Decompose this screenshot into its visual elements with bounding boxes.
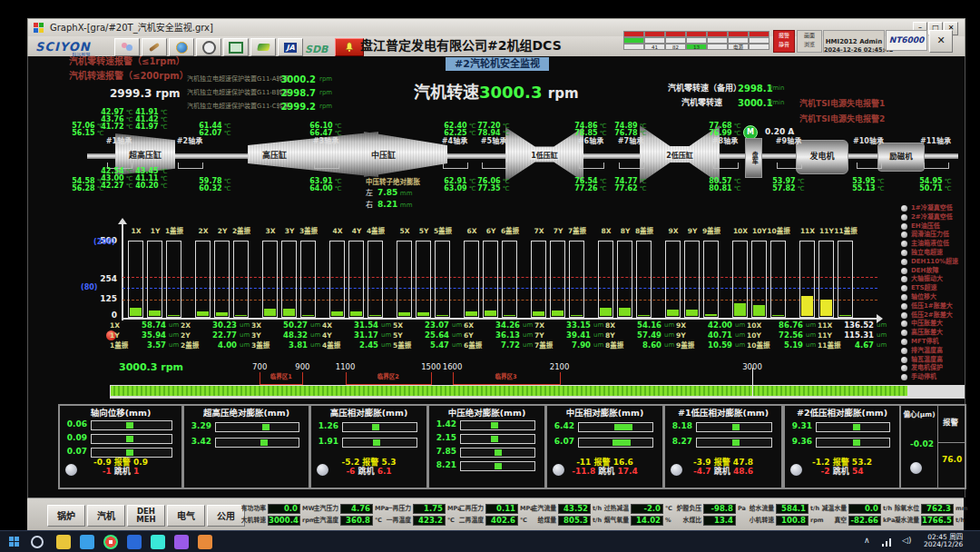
alarm-item-lamp xyxy=(901,348,907,354)
cylinder-uhp-label: 超高压缸 xyxy=(129,149,162,161)
vib-row-value: 5.47 xyxy=(415,341,449,350)
panel-title: 高压相对膨胀(mm) xyxy=(311,409,426,418)
alarm-grid-cell xyxy=(749,37,769,44)
readout-unit: ℃ xyxy=(375,518,382,524)
nav-button-3[interactable]: DEH MEH xyxy=(127,505,165,527)
alarm-item-lamp xyxy=(901,303,907,310)
panel-trip-line: -4.7 跳机 48.6 xyxy=(665,468,781,477)
tray-volume-icon[interactable]: ◁) xyxy=(902,537,911,546)
bearing-bracket xyxy=(579,163,604,169)
panel-row-bar xyxy=(460,461,535,471)
book-toolbar-button[interactable] xyxy=(250,38,276,56)
nav-button-1[interactable]: 锅炉 xyxy=(47,505,85,527)
taskbar-search-icon[interactable] xyxy=(31,536,44,548)
start-button[interactable] xyxy=(9,537,20,547)
taskbar-app-icon-3[interactable] xyxy=(103,535,118,549)
vibration-bar-fill xyxy=(417,312,429,316)
taskbar-app-icon-4[interactable] xyxy=(127,535,142,549)
alarm-item-label: DEH110%超速 xyxy=(911,259,958,266)
panel-row-bar xyxy=(91,434,172,444)
speed-tick-line xyxy=(560,372,561,385)
panel-row-bar xyxy=(816,422,890,432)
alarm-grid-cell: 13 xyxy=(686,44,707,50)
panel-status-lamp xyxy=(790,464,802,476)
vibration-bar-outline xyxy=(397,241,412,318)
bar-label: 9盖振 xyxy=(697,228,726,235)
alarm-grid-cell xyxy=(707,37,728,44)
sdb-toolbar-button[interactable]: SDB xyxy=(305,40,328,56)
readout-label: 主汽压力 xyxy=(310,506,338,512)
alarm-item-label: 中压胀差大 xyxy=(911,320,943,328)
display-toolbar-button[interactable] xyxy=(223,38,249,56)
info-box[interactable]: 画面 浏览 xyxy=(797,30,822,53)
critical-zone-label: 临界区1 xyxy=(263,374,299,380)
exciter-label: 励磁机 xyxy=(889,153,913,161)
panel-status-lamp xyxy=(553,464,564,476)
panel-row-marker xyxy=(491,436,498,442)
taskbar-app-icon-2[interactable] xyxy=(80,535,94,549)
alarm-item-label: 排汽温度高 xyxy=(911,348,943,355)
subtitle-tab[interactable]: #2汽轮机安全监视 xyxy=(446,57,549,71)
panel-row-marker xyxy=(612,439,631,446)
taskbar-app-icon-5[interactable] xyxy=(151,535,165,549)
alarm-grid-cell xyxy=(728,31,749,37)
vibration-bar-outline xyxy=(262,241,278,318)
chart-aux-tick: (200) xyxy=(93,239,115,247)
vib-row-value: 58.74 xyxy=(132,321,166,330)
panel-row-value: 1.91 xyxy=(314,438,338,447)
vib-row-unit: um xyxy=(806,322,816,330)
panel-toolbar-button[interactable] xyxy=(196,38,221,56)
users-toolbar-button[interactable] xyxy=(114,38,140,56)
readout-label: 一再温度 xyxy=(383,518,411,524)
taskbar-app-icon-7[interactable] xyxy=(198,535,212,549)
zero-speed-unit: r/min xyxy=(768,100,784,107)
vibration-bar-fill xyxy=(350,311,362,316)
info-label-2: 浏览 xyxy=(798,40,821,49)
bearing-bracket xyxy=(777,163,802,169)
taskbar-clock[interactable]: 02:45 周四 2024/12/26 xyxy=(924,534,963,549)
nav-button-4[interactable]: 电气 xyxy=(167,505,205,527)
readout-label: 凝水流量 xyxy=(891,518,919,524)
network-toolbar-button[interactable] xyxy=(169,38,194,56)
alarm-grid-cell xyxy=(686,37,707,44)
low-speed-alarm-label: 汽机转速报警（≤200rpm） xyxy=(69,71,189,81)
vib-row-unit: um xyxy=(452,342,462,350)
vib-row-unit: um xyxy=(310,332,320,340)
bearing-bracket xyxy=(619,163,644,169)
panel-row-value: 3.29 xyxy=(187,422,211,431)
bearing-temp: 62.07 ℃ xyxy=(193,130,237,138)
speed-tick-line xyxy=(453,372,454,385)
bearing-bracket xyxy=(443,163,468,169)
nav-button-2[interactable]: 汽机 xyxy=(87,505,125,527)
vib-row-value: 25.64 xyxy=(415,331,449,340)
alarm-mute-button[interactable]: 报警 静音 xyxy=(773,30,795,53)
alarm-grid-cell xyxy=(665,31,686,37)
readout-label: 主汽温度 xyxy=(310,518,338,524)
ip-exp-right-value: 8.21 xyxy=(377,200,397,209)
ja-toolbar-button[interactable]: JA xyxy=(278,38,303,56)
tray-network-icon[interactable] xyxy=(882,538,893,547)
alarm-item-label: 大轴振动大 xyxy=(911,276,943,283)
speed-tick-label: 700 xyxy=(245,363,274,371)
app-icon xyxy=(34,23,44,34)
screen-close-button[interactable]: ✕ xyxy=(929,30,953,53)
tray-chevron-icon[interactable]: ∧ xyxy=(864,537,870,546)
bottom-status-bar: 锅炉汽机DEH MEH电气公用 有功功率0.0MW主汽压力4.76MPa一再压力… xyxy=(27,498,964,530)
vibration-bar-outline xyxy=(128,241,143,318)
chart-ytick: 125 xyxy=(77,295,117,304)
vibration-bar-fill xyxy=(436,315,448,316)
turning-gear-box: 盘车 xyxy=(745,138,762,178)
taskbar-app-icon-1[interactable] xyxy=(56,535,71,549)
exciter-box: 励磁机 xyxy=(877,143,925,172)
readout-label: 水煤比 xyxy=(673,518,701,524)
tools-toolbar-button[interactable] xyxy=(142,38,167,56)
vib-row-unit: um xyxy=(877,332,887,340)
bearing-temp: 64.00 ℃ xyxy=(304,185,348,193)
vib-row-unit: um xyxy=(664,342,674,350)
taskbar-app-icon-6[interactable] xyxy=(174,535,189,549)
bearing-temp: 50.71 ℃ xyxy=(914,185,957,193)
readout-unit: % xyxy=(665,518,671,524)
panel-row-value: 0.06 xyxy=(63,420,87,429)
vibration-bar-fill xyxy=(264,309,276,316)
speed-tick-line xyxy=(302,372,303,385)
